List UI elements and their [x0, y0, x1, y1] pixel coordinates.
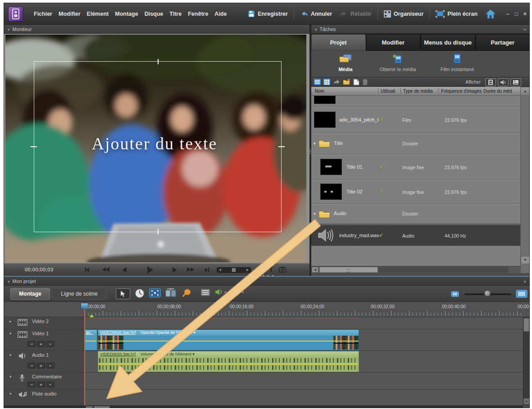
menu-disque[interactable]: Disque	[142, 9, 166, 19]
scroll-down-button[interactable]: ▼	[523, 398, 529, 405]
menu-fichier[interactable]: Fichier	[31, 9, 55, 19]
new-folder-button[interactable]	[343, 79, 350, 85]
get-media-action[interactable]: Obtenir le média	[371, 54, 425, 72]
shuttle-slider[interactable]	[217, 267, 251, 273]
media-row-ado-3954[interactable]: ado_3954_pitch_t ✓ Film 23.976 fps	[311, 107, 520, 133]
add-text-button[interactable]: T	[269, 266, 273, 273]
tab-partager[interactable]: Partager	[476, 34, 530, 51]
audio-tools-button[interactable]: ▾	[215, 288, 226, 296]
prev-keyframe-button[interactable]: ◄	[27, 382, 36, 387]
clip-property-menu[interactable]: Volume:Volume de l'élément ▾	[141, 352, 195, 356]
media-row-title-01[interactable]: Title 01 ✓ Image fixe 23.976 fps	[311, 155, 520, 180]
rewind-button[interactable]	[102, 267, 109, 272]
scene-detect-button[interactable]	[165, 288, 176, 298]
zoom-in-icon[interactable]	[516, 290, 527, 300]
show-audio-toggle[interactable]	[498, 78, 509, 86]
fast-forward-button[interactable]	[187, 267, 194, 272]
audio-clip-video0020[interactable]: VIDEO0020.3gp [A] Volume:Volume de l'élé…	[98, 351, 359, 372]
media-row-folder-title[interactable]: ▾ Title Dossier	[311, 133, 520, 154]
clip-fragment-video1[interactable]: au_	[85, 329, 97, 351]
time-stretch-tool-button[interactable]	[135, 288, 145, 298]
tab-projet[interactable]: Projet	[311, 34, 366, 51]
column-separator[interactable]	[438, 88, 439, 94]
scroll-left-button[interactable]: ◄	[312, 267, 318, 273]
collapse-icon[interactable]: ▾	[9, 391, 12, 396]
opacity-rubber-band[interactable]	[98, 341, 359, 342]
redo-button[interactable]: Rétablir	[338, 9, 373, 19]
column-utilisation[interactable]: Utilisati	[381, 87, 395, 96]
track-header-video1[interactable]: ▾ Vidéo 1 ◄ ◆ ►	[4, 329, 85, 351]
shuttle-handle[interactable]	[232, 268, 236, 272]
close-button[interactable]: ×	[523, 11, 527, 17]
media-row-title-02[interactable]: Title 02 ✓ Image fixe 23.976 fps	[311, 180, 520, 204]
track-header-audio1[interactable]: ▾ Audio 1 ◄ ◆ ►	[4, 351, 85, 372]
current-timecode[interactable]: 00;00;00;03	[25, 267, 54, 272]
tab-menus-du-disque[interactable]: Menus du disque	[421, 34, 475, 51]
menu-element[interactable]: Elément	[84, 9, 112, 19]
timeline-horizontal-scrollbar[interactable]: ◄	[4, 405, 523, 408]
add-keyframe-button[interactable]: ◆	[37, 363, 45, 369]
scrollbar-thumb[interactable]	[523, 318, 529, 332]
title-overlay-text[interactable]: Ajouter du texte	[4, 134, 305, 153]
scrollbar-thumb[interactable]	[319, 267, 378, 273]
previous-edit-button[interactable]	[85, 267, 89, 272]
media-vertical-scrollbar[interactable]: ▼	[520, 96, 530, 273]
save-button[interactable]: Enregistrer	[246, 9, 290, 19]
step-forward-button[interactable]	[173, 267, 177, 272]
split-clip-button[interactable]: ✂	[254, 265, 263, 274]
prev-keyframe-button[interactable]: ◄	[27, 363, 36, 369]
add-keyframe-button[interactable]: ◆	[37, 382, 45, 387]
show-image-toggle[interactable]	[510, 78, 521, 86]
maximize-button[interactable]: □	[515, 11, 518, 17]
freeze-frame-button[interactable]	[279, 267, 286, 273]
step-back-button[interactable]	[122, 267, 127, 272]
video-clip-video0020[interactable]: VIDEO0020.3gp [V] Opacité:Opacité de l'é…	[98, 329, 359, 351]
next-keyframe-button[interactable]: ►	[46, 382, 55, 387]
selection-tool-button[interactable]	[116, 288, 130, 299]
media-row-folder-audio[interactable]: ▾ Audio Dossier	[311, 204, 520, 224]
monitor-panel-header[interactable]: ▾Moniteur	[4, 25, 309, 34]
next-edit-button[interactable]	[205, 267, 209, 272]
delete-button[interactable]	[362, 79, 368, 85]
tab-montage[interactable]: Montage	[10, 288, 50, 300]
menu-aide[interactable]: Aide	[212, 9, 229, 19]
marker-tool-button[interactable]	[182, 288, 191, 297]
collapse-icon[interactable]: ▾	[9, 331, 12, 336]
play-button[interactable]	[147, 266, 153, 274]
collapse-icon[interactable]: ▾	[9, 353, 12, 357]
media-row-partial[interactable]	[311, 96, 520, 107]
panel-menu-icon[interactable]: »	[523, 277, 527, 286]
marker-menu-button[interactable]: ▾	[234, 288, 244, 296]
tasks-panel-header[interactable]: ▾Tâches »	[311, 25, 530, 34]
panel-menu-icon[interactable]: »	[523, 25, 527, 34]
volume-rubber-band[interactable]	[98, 364, 359, 364]
column-type-media[interactable]: Type de média	[403, 87, 433, 96]
scroll-left-button[interactable]: ◄	[86, 406, 93, 408]
menu-montage[interactable]: Montage	[112, 9, 141, 19]
media-row-industry-wav[interactable]: industry_mad.wav ✓ Audio 44,100 Hz	[311, 224, 520, 246]
column-separator[interactable]	[378, 88, 378, 94]
next-keyframe-button[interactable]: ►	[46, 341, 55, 347]
menu-titre[interactable]: Titre	[167, 9, 184, 19]
properties-button[interactable]	[200, 288, 210, 297]
column-separator[interactable]	[400, 88, 401, 94]
folder-collapse-icon[interactable]: ▾	[314, 141, 316, 146]
column-duree[interactable]: Durée du méd	[483, 87, 512, 96]
clip-property-menu[interactable]: Opacité:Opacité de l'élément ▾	[141, 330, 196, 335]
media-horizontal-scrollbar[interactable]: ◄	[311, 266, 520, 273]
scrollbar-thumb[interactable]	[94, 406, 110, 408]
share-media-button[interactable]	[333, 79, 340, 85]
home-button[interactable]	[483, 7, 498, 21]
scrollbar-track[interactable]	[378, 267, 509, 273]
snap-toggle-button[interactable]	[149, 288, 161, 297]
fullscreen-button[interactable]: Plein écran	[434, 9, 479, 19]
expand-icon[interactable]: ▸	[9, 319, 12, 324]
new-item-button[interactable]	[353, 79, 359, 85]
zoom-slider-handle[interactable]	[484, 290, 491, 297]
track-header-piste-audio[interactable]: ▾ Piste audio	[4, 390, 85, 405]
tab-ligne-de-scene[interactable]: Ligne de scène	[52, 288, 107, 300]
collapse-icon[interactable]: ▾	[9, 374, 12, 379]
opacity-rubber-band[interactable]	[85, 341, 97, 342]
scroll-down-button[interactable]: ▼	[521, 256, 530, 264]
undo-button[interactable]: Annuler	[298, 9, 334, 19]
